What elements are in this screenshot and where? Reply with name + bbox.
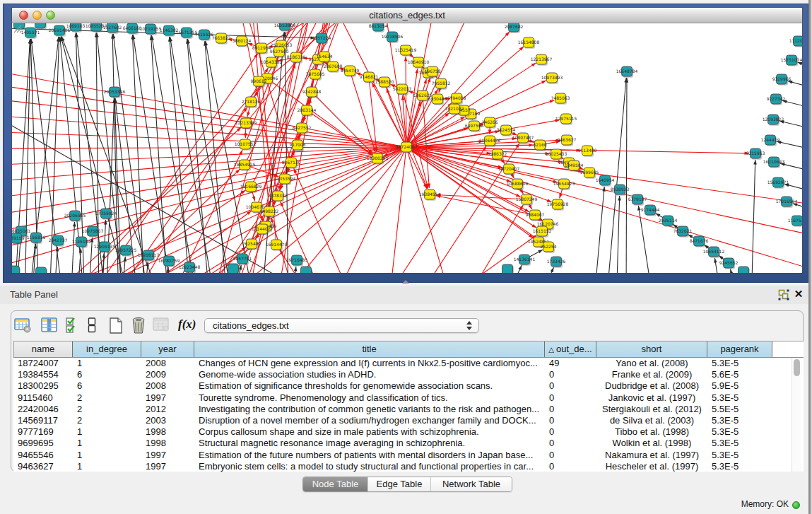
table-body: 1872400712008Changes of HCN gene express… [13,358,792,472]
close-panel-icon[interactable]: ✕ [793,288,804,300]
import-table-icon[interactable] [153,317,170,335]
table-panel-body: f(x) citations_edges.txt name in_degree … [0,304,808,514]
graph-node-label: 10958117 [138,252,160,257]
column-header-out-degree[interactable]: △out_de... [545,341,596,357]
graph-node[interactable] [739,267,749,273]
table-cell: Tibbo et al. (1998) [596,426,707,438]
table-panel-container: f(x) citations_edges.txt name in_degree … [11,310,804,472]
table-row[interactable]: 2242004622012Investigating the contribut… [13,404,792,415]
graph-node-label: 19756928 [547,201,569,206]
graph-node-label: 8471676 [690,238,709,243]
table-row[interactable]: 1872400712008Changes of HCN gene express… [13,358,792,369]
table-cell: 1997 [141,450,194,461]
table-cell: 2008 [141,358,194,369]
graph-node-label: 12975115 [555,116,577,121]
graph-node-label: 19854925 [234,162,256,167]
column-header-name[interactable]: name [13,341,73,357]
scrollbar-thumb[interactable] [794,359,800,376]
table-toolbar: f(x) citations_edges.txt [11,311,803,340]
column-header-year[interactable]: year [141,341,194,357]
graph-node-label: 1112074 [789,38,802,43]
graph-node-label: 10973493 [541,75,563,80]
graph-node-label: 12905135 [94,244,116,249]
graph-edge [61,37,131,273]
graph-node-label: 18724007 [396,144,418,149]
graph-node-label: 3875685 [306,71,325,76]
network-window-title: citations_edges.txt [12,8,802,23]
table-cell: 1 [73,438,141,449]
column-header-in-degree[interactable]: in_degree [73,341,141,357]
graph-edge [406,147,452,273]
table-row[interactable]: 1830029562008Estimation of significance … [13,380,792,392]
table-selector-dropdown[interactable]: citations_edges.txt [204,318,479,333]
graph-edge [616,196,620,273]
column-header-pagerank[interactable]: pagerank [707,341,772,357]
table-cell: Disruption of a novel member of a sodium… [194,415,545,426]
delete-column-icon[interactable] [130,317,147,337]
new-column-icon[interactable] [108,317,124,337]
table-cell: 9777169 [13,426,73,438]
function-builder-icon[interactable]: f(x) [178,317,196,332]
graph-node-label: 8878332 [269,193,288,198]
select-columns-icon[interactable] [41,317,58,337]
tab-network-table[interactable]: Network Table [431,477,512,491]
table-row[interactable]: 977716911998Corpus callosum shape and si… [13,426,792,438]
close-button[interactable] [19,11,28,20]
table-row[interactable]: 946362711997Embryonic stem cells: a mode… [13,461,792,472]
tab-edge-table[interactable]: Edge Table [367,477,431,491]
table-selector-value: citations_edges.txt [213,319,289,332]
tab-node-table[interactable]: Node Table [303,477,367,491]
table-row[interactable]: 946554611997Estimation of the future num… [13,450,792,461]
table-row[interactable]: 911546021997Tourette syndrome. Phenomeno… [13,392,792,404]
float-window-icon[interactable] [778,289,789,300]
table-scrollbar[interactable] [792,358,801,472]
graph-node[interactable] [228,264,239,273]
graph-node-label: 2935114 [659,218,678,223]
minimize-button[interactable] [33,11,42,20]
graph-edge [285,23,339,179]
network-canvas[interactable]: 1405571206914061069103108552871527602646… [12,23,802,273]
table-row[interactable]: 1456911722003Disruption of a novel membe… [13,415,792,426]
splitter-grip-icon[interactable] [402,280,409,284]
graph-node[interactable] [502,264,513,273]
table-cell: 0 [545,369,596,380]
select-rows-icon[interactable] [65,317,79,337]
graph-node-label: 6497568 [465,123,484,128]
graph-node[interactable] [35,23,46,28]
graph-node-label: 10654112 [703,249,725,254]
table-row[interactable]: 1938455462009Genome-wide association stu… [13,369,792,380]
table-cell: 14569117 [13,415,73,426]
graph-edge [387,88,406,147]
network-window-titlebar[interactable]: citations_edges.txt [12,8,802,23]
graph-node-label: 1733426 [547,259,566,264]
graph-node-label: 12923448 [179,264,201,269]
graph-node[interactable] [301,267,312,273]
graph-node-label: 917006 [290,142,306,147]
row-height-icon[interactable] [88,317,96,337]
zoom-button[interactable] [46,11,55,20]
graph-node-label: 5822037 [393,86,412,91]
table-row[interactable]: 969969511998Structural magnetic resonanc… [13,438,792,449]
table-cell: 2003 [141,415,194,426]
table-cell: 0 [545,415,596,426]
column-header-title[interactable]: title [194,341,545,357]
graph-node-label: 20691406 [49,28,71,33]
table-cell: 0 [545,438,596,449]
table-cell: Nakamura et al. (1997) [596,450,707,461]
table-options-icon[interactable] [14,317,32,337]
graph-node-label: 3624554 [497,127,516,132]
network-graph: 1405571206914061069103108552871527602646… [12,23,802,273]
table-cell: 1998 [141,438,194,449]
graph-node-label: 9857791 [233,256,252,261]
graph-node-label: 8454749 [341,68,360,73]
graph-node-label: 9227342 [767,96,786,101]
column-header-short[interactable]: short [596,341,707,357]
graph-node[interactable] [36,267,47,273]
canvas-resize-grip-icon[interactable] [12,23,22,33]
graph-node-label: 6379197 [628,197,647,201]
graph-node-label: 15751074 [781,57,802,62]
graph-node[interactable] [12,266,20,273]
table-cell: 22420046 [13,404,73,415]
graph-node-label: 1640954 [596,177,615,182]
graph-node-label: 19384554 [419,192,441,197]
